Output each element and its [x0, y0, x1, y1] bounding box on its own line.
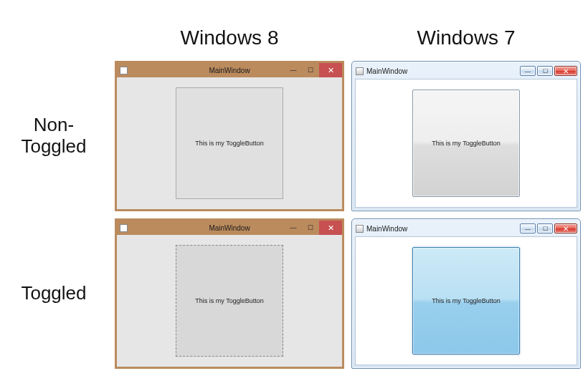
window-body: This is my ToggleButton — [355, 236, 577, 365]
win8-window-nontoggled: MainWindow — ☐ ✕ This is my ToggleButton — [115, 61, 344, 211]
titlebar[interactable]: MainWindow — ☐ ✕ — [355, 222, 577, 235]
titlebar[interactable]: MainWindow — ☐ ✕ — [117, 63, 342, 77]
maximize-button[interactable]: ☐ — [537, 66, 553, 76]
toggle-button-pressed[interactable]: This is my ToggleButton — [412, 247, 520, 355]
app-icon — [356, 67, 364, 75]
window-title: MainWindow — [366, 225, 407, 233]
minimize-button[interactable]: — — [520, 223, 536, 233]
close-button[interactable]: ✕ — [554, 66, 577, 76]
row-header-toggled: Toggled — [0, 218, 108, 369]
column-header-win7: Windows 7 — [351, 0, 581, 54]
win7-window-nontoggled: MainWindow — ☐ ✕ This is my ToggleButton — [351, 61, 581, 211]
maximize-button[interactable]: ☐ — [302, 63, 319, 77]
minimize-button[interactable]: — — [285, 63, 302, 77]
titlebar[interactable]: MainWindow — ☐ ✕ — [117, 221, 342, 235]
win7-window-toggled: MainWindow — ☐ ✕ This is my ToggleButton — [351, 218, 581, 369]
minimize-button[interactable]: — — [520, 66, 536, 76]
window-body: This is my ToggleButton — [117, 77, 342, 209]
app-icon — [120, 224, 128, 232]
close-button[interactable]: ✕ — [319, 63, 342, 77]
window-body: This is my ToggleButton — [355, 79, 577, 208]
toggle-button[interactable]: This is my ToggleButton — [412, 90, 520, 197]
app-icon — [120, 67, 128, 74]
toggle-button[interactable]: This is my ToggleButton — [176, 87, 283, 199]
window-title: MainWindow — [366, 67, 407, 75]
window-body: This is my ToggleButton — [117, 235, 342, 367]
row-header-nontoggled: Non-Toggled — [0, 61, 108, 211]
close-button[interactable]: ✕ — [319, 221, 342, 235]
close-button[interactable]: ✕ — [554, 223, 577, 233]
titlebar[interactable]: MainWindow — ☐ ✕ — [355, 64, 577, 77]
maximize-button[interactable]: ☐ — [537, 223, 553, 233]
win8-window-toggled: MainWindow — ☐ ✕ This is my ToggleButton — [115, 218, 344, 369]
toggle-button-pressed[interactable]: This is my ToggleButton — [176, 245, 283, 357]
maximize-button[interactable]: ☐ — [302, 221, 319, 235]
minimize-button[interactable]: — — [285, 221, 302, 235]
column-header-win8: Windows 8 — [115, 0, 344, 54]
app-icon — [356, 225, 364, 233]
